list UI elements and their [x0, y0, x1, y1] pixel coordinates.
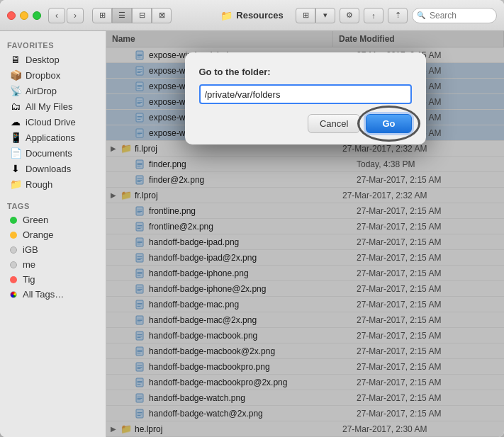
tags-label: Tags — [0, 198, 106, 212]
sidebar-item-airdrop[interactable]: 📡 AirDrop — [3, 83, 103, 98]
go-button[interactable]: Go — [366, 114, 411, 133]
view-toggle-group: ⊞ ☰ ⊟ ⊠ — [92, 8, 172, 23]
sidebar-item-dropbox-label: Dropbox — [26, 70, 60, 81]
sidebar: Favorites 🖥 Desktop 📦 Dropbox 📡 AirDrop … — [0, 31, 106, 437]
sidebar-item-documents-label: Documents — [26, 148, 72, 159]
downloads-icon: ⬇ — [10, 163, 21, 174]
window-title: 📁 Resources — [220, 10, 283, 21]
sidebar-tag-green-label: Green — [23, 215, 48, 225]
all-my-files-icon: 🗂 — [10, 101, 21, 112]
close-button[interactable] — [7, 11, 16, 20]
sidebar-tag-orange-label: Orange — [23, 229, 53, 240]
sidebar-item-documents[interactable]: 📄 Documents — [3, 145, 103, 161]
documents-icon: 📄 — [10, 147, 21, 159]
file-list-area: Name Date Modified expose-window-label.p… — [106, 31, 504, 437]
minimize-button[interactable] — [20, 11, 28, 20]
sidebar-tag-igb-label: iGB — [23, 244, 38, 255]
sidebar-item-rough[interactable]: 📁 Rough — [3, 176, 103, 192]
all-tags-dot — [10, 291, 17, 298]
sidebar-item-applications-label: Applications — [26, 132, 75, 143]
sidebar-item-icloud-label: iCloud Drive — [26, 117, 76, 127]
sidebar-tag-orange[interactable]: Orange — [3, 227, 103, 242]
rough-icon: 📁 — [10, 178, 21, 190]
window-folder-icon: 📁 — [220, 10, 233, 21]
titlebar: ‹ › ⊞ ☰ ⊟ ⊠ 📁 Resources ⊞ ▾ ⚙ ↑ ⇡ — [0, 0, 504, 31]
search-input[interactable] — [412, 8, 497, 23]
arrange-chevron[interactable]: ▾ — [315, 8, 335, 23]
sidebar-tag-green[interactable]: Green — [3, 212, 103, 227]
airdrop-toolbar-button[interactable]: ⇡ — [388, 8, 408, 23]
goto-folder-input[interactable] — [199, 84, 412, 104]
window-title-text: Resources — [236, 10, 283, 21]
sidebar-item-dropbox[interactable]: 📦 Dropbox — [3, 67, 103, 83]
sidebar-item-all-my-files[interactable]: 🗂 All My Files — [3, 98, 103, 114]
toolbar-right: ⊞ ▾ ⚙ ↑ ⇡ — [296, 8, 497, 23]
applications-icon: 📱 — [10, 132, 21, 143]
sidebar-tag-tig-label: Tig — [23, 274, 35, 285]
sidebar-tag-me[interactable]: me — [3, 257, 103, 272]
sidebar-tag-tig[interactable]: Tig — [3, 272, 103, 287]
traffic-lights — [7, 11, 41, 20]
favorites-label: Favorites — [0, 37, 106, 52]
back-button[interactable]: ‹ — [48, 8, 65, 23]
coverflow-button[interactable]: ⊠ — [152, 8, 172, 23]
arrange-group: ⊞ ▾ — [296, 8, 335, 23]
search-wrap — [412, 8, 497, 23]
icon-view-button[interactable]: ⊞ — [92, 8, 112, 23]
cancel-button[interactable]: Cancel — [308, 114, 360, 133]
icloud-drive-icon: ☁ — [10, 116, 21, 127]
orange-tag-dot — [10, 232, 17, 239]
sidebar-item-icloud-drive[interactable]: ☁ iCloud Drive — [3, 114, 103, 130]
sidebar-item-downloads-label: Downloads — [26, 164, 71, 174]
content-area: Favorites 🖥 Desktop 📦 Dropbox 📡 AirDrop … — [0, 31, 504, 437]
sidebar-item-all-files-label: All My Files — [26, 101, 72, 112]
share-button[interactable]: ↑ — [364, 8, 383, 23]
desktop-icon: 🖥 — [10, 54, 21, 65]
sidebar-item-downloads[interactable]: ⬇ Downloads — [3, 161, 103, 176]
goto-dialog-overlay: Go to the folder: Cancel Go — [106, 31, 504, 437]
goto-dialog-buttons: Cancel Go — [199, 114, 412, 133]
sidebar-item-desktop[interactable]: 🖥 Desktop — [3, 52, 103, 67]
igb-tag-dot — [10, 246, 17, 254]
sidebar-tag-all-tags[interactable]: All Tags… — [3, 287, 103, 302]
sidebar-item-airdrop-label: AirDrop — [26, 86, 57, 96]
airdrop-icon: 📡 — [10, 85, 21, 96]
me-tag-dot — [10, 261, 17, 268]
sidebar-item-rough-label: Rough — [26, 179, 52, 190]
go-button-wrap: Go — [366, 114, 411, 133]
action-button[interactable]: ⚙ — [340, 8, 359, 23]
maximize-button[interactable] — [33, 11, 41, 20]
sidebar-tag-all-label: All Tags… — [23, 289, 64, 300]
column-view-button[interactable]: ⊟ — [132, 8, 152, 23]
arrange-button[interactable]: ⊞ — [296, 8, 315, 23]
list-view-button[interactable]: ☰ — [112, 8, 132, 23]
finder-window: ‹ › ⊞ ☰ ⊟ ⊠ 📁 Resources ⊞ ▾ ⚙ ↑ ⇡ — [0, 0, 504, 437]
tig-tag-dot — [10, 276, 17, 283]
sidebar-item-desktop-label: Desktop — [26, 55, 60, 65]
sidebar-item-applications[interactable]: 📱 Applications — [3, 130, 103, 145]
goto-dialog-title: Go to the folder: — [199, 67, 412, 77]
sidebar-tag-igb[interactable]: iGB — [3, 242, 103, 257]
dropbox-icon: 📦 — [10, 69, 21, 81]
forward-button[interactable]: › — [67, 8, 84, 23]
goto-folder-dialog: Go to the folder: Cancel Go — [185, 52, 426, 144]
green-tag-dot — [10, 217, 17, 224]
nav-buttons: ‹ › — [48, 8, 84, 23]
sidebar-tag-me-label: me — [23, 259, 35, 270]
